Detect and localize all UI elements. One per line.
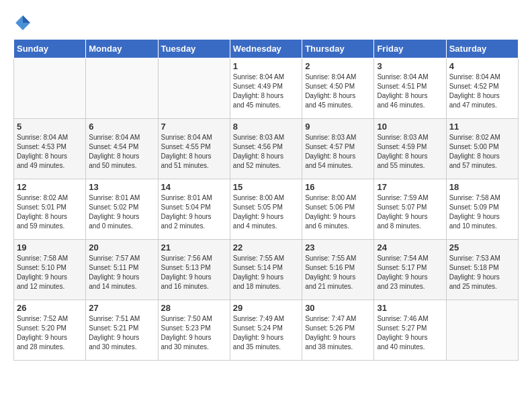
day-number: 20 bbox=[89, 242, 154, 253]
day-number: 15 bbox=[233, 182, 299, 192]
day-number: 18 bbox=[449, 182, 515, 192]
day-info: Sunrise: 8:04 AM Sunset: 4:50 PM Dayligh… bbox=[305, 73, 371, 110]
calendar-cell bbox=[158, 58, 230, 119]
day-info: Sunrise: 7:46 AM Sunset: 5:27 PM Dayligh… bbox=[377, 314, 443, 352]
calendar-cell: 22Sunrise: 7:55 AM Sunset: 5:14 PM Dayli… bbox=[230, 240, 302, 300]
calendar-cell: 26Sunrise: 7:52 AM Sunset: 5:20 PM Dayli… bbox=[14, 300, 86, 361]
week-row-5: 26Sunrise: 7:52 AM Sunset: 5:20 PM Dayli… bbox=[14, 300, 519, 361]
week-row-4: 19Sunrise: 7:58 AM Sunset: 5:10 PM Dayli… bbox=[14, 240, 519, 300]
day-number: 4 bbox=[449, 61, 515, 71]
day-number: 14 bbox=[161, 182, 227, 192]
day-header-monday: Monday bbox=[86, 40, 158, 58]
day-info: Sunrise: 7:47 AM Sunset: 5:26 PM Dayligh… bbox=[305, 314, 371, 352]
calendar-cell: 29Sunrise: 7:49 AM Sunset: 5:24 PM Dayli… bbox=[230, 300, 302, 361]
day-number: 11 bbox=[449, 122, 515, 132]
day-number: 3 bbox=[377, 61, 443, 71]
day-info: Sunrise: 8:03 AM Sunset: 4:56 PM Dayligh… bbox=[233, 133, 299, 171]
calendar-cell bbox=[14, 58, 86, 119]
day-number: 30 bbox=[305, 303, 371, 313]
day-number: 6 bbox=[89, 122, 154, 132]
calendar-cell: 23Sunrise: 7:55 AM Sunset: 5:16 PM Dayli… bbox=[302, 240, 374, 300]
calendar-cell: 20Sunrise: 7:57 AM Sunset: 5:11 PM Dayli… bbox=[86, 240, 158, 300]
day-info: Sunrise: 7:53 AM Sunset: 5:18 PM Dayligh… bbox=[449, 254, 515, 291]
calendar-table: SundayMondayTuesdayWednesdayThursdayFrid… bbox=[13, 39, 519, 361]
calendar-cell: 8Sunrise: 8:03 AM Sunset: 4:56 PM Daylig… bbox=[230, 119, 302, 179]
calendar-cell: 24Sunrise: 7:54 AM Sunset: 5:17 PM Dayli… bbox=[374, 240, 446, 300]
day-number: 16 bbox=[305, 182, 371, 192]
day-number: 5 bbox=[17, 122, 83, 132]
day-info: Sunrise: 8:04 AM Sunset: 4:55 PM Dayligh… bbox=[161, 133, 227, 171]
day-info: Sunrise: 7:50 AM Sunset: 5:23 PM Dayligh… bbox=[161, 314, 227, 352]
calendar-cell bbox=[86, 58, 158, 119]
day-info: Sunrise: 7:54 AM Sunset: 5:17 PM Dayligh… bbox=[377, 254, 443, 291]
day-number: 8 bbox=[233, 122, 299, 132]
day-number: 23 bbox=[305, 242, 371, 253]
svg-marker-1 bbox=[23, 15, 30, 23]
day-number: 7 bbox=[161, 122, 227, 132]
day-info: Sunrise: 7:58 AM Sunset: 5:10 PM Dayligh… bbox=[17, 254, 83, 291]
day-number: 2 bbox=[305, 61, 371, 71]
day-info: Sunrise: 7:56 AM Sunset: 5:13 PM Dayligh… bbox=[161, 254, 227, 291]
day-number: 25 bbox=[449, 242, 515, 253]
day-info: Sunrise: 8:04 AM Sunset: 4:49 PM Dayligh… bbox=[233, 73, 299, 110]
day-info: Sunrise: 7:51 AM Sunset: 5:21 PM Dayligh… bbox=[89, 314, 154, 352]
calendar-cell: 17Sunrise: 7:59 AM Sunset: 5:07 PM Dayli… bbox=[374, 179, 446, 240]
day-number: 28 bbox=[161, 303, 227, 313]
day-number: 22 bbox=[233, 242, 299, 253]
calendar-cell: 9Sunrise: 8:03 AM Sunset: 4:57 PM Daylig… bbox=[302, 119, 374, 179]
logo-icon bbox=[13, 13, 32, 32]
day-info: Sunrise: 7:55 AM Sunset: 5:16 PM Dayligh… bbox=[305, 254, 371, 291]
calendar-cell: 4Sunrise: 8:04 AM Sunset: 4:52 PM Daylig… bbox=[446, 58, 518, 119]
day-number: 10 bbox=[377, 122, 443, 132]
calendar-cell: 18Sunrise: 7:58 AM Sunset: 5:09 PM Dayli… bbox=[446, 179, 518, 240]
day-number: 9 bbox=[305, 122, 371, 132]
calendar-cell: 1Sunrise: 8:04 AM Sunset: 4:49 PM Daylig… bbox=[230, 58, 302, 119]
page-header bbox=[13, 13, 519, 32]
calendar-cell: 21Sunrise: 7:56 AM Sunset: 5:13 PM Dayli… bbox=[158, 240, 230, 300]
calendar-cell: 3Sunrise: 8:04 AM Sunset: 4:51 PM Daylig… bbox=[374, 58, 446, 119]
day-info: Sunrise: 8:02 AM Sunset: 5:00 PM Dayligh… bbox=[449, 133, 515, 171]
day-info: Sunrise: 8:04 AM Sunset: 4:54 PM Dayligh… bbox=[89, 133, 154, 171]
day-number: 13 bbox=[89, 182, 154, 192]
calendar-cell: 15Sunrise: 8:00 AM Sunset: 5:05 PM Dayli… bbox=[230, 179, 302, 240]
calendar-cell: 11Sunrise: 8:02 AM Sunset: 5:00 PM Dayli… bbox=[446, 119, 518, 179]
calendar-cell: 28Sunrise: 7:50 AM Sunset: 5:23 PM Dayli… bbox=[158, 300, 230, 361]
day-header-tuesday: Tuesday bbox=[158, 40, 230, 58]
calendar-cell: 13Sunrise: 8:01 AM Sunset: 5:02 PM Dayli… bbox=[86, 179, 158, 240]
days-header-row: SundayMondayTuesdayWednesdayThursdayFrid… bbox=[14, 40, 519, 58]
calendar-cell: 6Sunrise: 8:04 AM Sunset: 4:54 PM Daylig… bbox=[86, 119, 158, 179]
day-number: 1 bbox=[233, 61, 299, 71]
logo bbox=[13, 13, 35, 32]
day-info: Sunrise: 8:00 AM Sunset: 5:05 PM Dayligh… bbox=[233, 193, 299, 231]
day-number: 17 bbox=[377, 182, 443, 192]
calendar-cell: 2Sunrise: 8:04 AM Sunset: 4:50 PM Daylig… bbox=[302, 58, 374, 119]
calendar-cell: 10Sunrise: 8:03 AM Sunset: 4:59 PM Dayli… bbox=[374, 119, 446, 179]
calendar-cell: 19Sunrise: 7:58 AM Sunset: 5:10 PM Dayli… bbox=[14, 240, 86, 300]
calendar-cell: 30Sunrise: 7:47 AM Sunset: 5:26 PM Dayli… bbox=[302, 300, 374, 361]
day-info: Sunrise: 7:58 AM Sunset: 5:09 PM Dayligh… bbox=[449, 193, 515, 231]
day-header-wednesday: Wednesday bbox=[230, 40, 302, 58]
day-header-sunday: Sunday bbox=[14, 40, 86, 58]
day-number: 19 bbox=[17, 242, 83, 253]
day-number: 29 bbox=[233, 303, 299, 313]
day-number: 21 bbox=[161, 242, 227, 253]
day-info: Sunrise: 7:55 AM Sunset: 5:14 PM Dayligh… bbox=[233, 254, 299, 291]
calendar-cell: 31Sunrise: 7:46 AM Sunset: 5:27 PM Dayli… bbox=[374, 300, 446, 361]
day-info: Sunrise: 8:03 AM Sunset: 4:57 PM Dayligh… bbox=[305, 133, 371, 171]
day-info: Sunrise: 8:01 AM Sunset: 5:02 PM Dayligh… bbox=[89, 193, 154, 231]
calendar-cell: 16Sunrise: 8:00 AM Sunset: 5:06 PM Dayli… bbox=[302, 179, 374, 240]
calendar-cell: 27Sunrise: 7:51 AM Sunset: 5:21 PM Dayli… bbox=[86, 300, 158, 361]
day-info: Sunrise: 8:01 AM Sunset: 5:04 PM Dayligh… bbox=[161, 193, 227, 231]
day-info: Sunrise: 8:04 AM Sunset: 4:52 PM Dayligh… bbox=[449, 73, 515, 110]
calendar-cell: 7Sunrise: 8:04 AM Sunset: 4:55 PM Daylig… bbox=[158, 119, 230, 179]
day-info: Sunrise: 8:04 AM Sunset: 4:51 PM Dayligh… bbox=[377, 73, 443, 110]
day-number: 31 bbox=[377, 303, 443, 313]
day-info: Sunrise: 7:49 AM Sunset: 5:24 PM Dayligh… bbox=[233, 314, 299, 352]
week-row-2: 5Sunrise: 8:04 AM Sunset: 4:53 PM Daylig… bbox=[14, 119, 519, 179]
day-info: Sunrise: 8:00 AM Sunset: 5:06 PM Dayligh… bbox=[305, 193, 371, 231]
day-info: Sunrise: 8:04 AM Sunset: 4:53 PM Dayligh… bbox=[17, 133, 83, 171]
calendar-cell: 14Sunrise: 8:01 AM Sunset: 5:04 PM Dayli… bbox=[158, 179, 230, 240]
calendar-cell bbox=[446, 300, 518, 361]
calendar-cell: 12Sunrise: 8:02 AM Sunset: 5:01 PM Dayli… bbox=[14, 179, 86, 240]
day-number: 27 bbox=[89, 303, 154, 313]
